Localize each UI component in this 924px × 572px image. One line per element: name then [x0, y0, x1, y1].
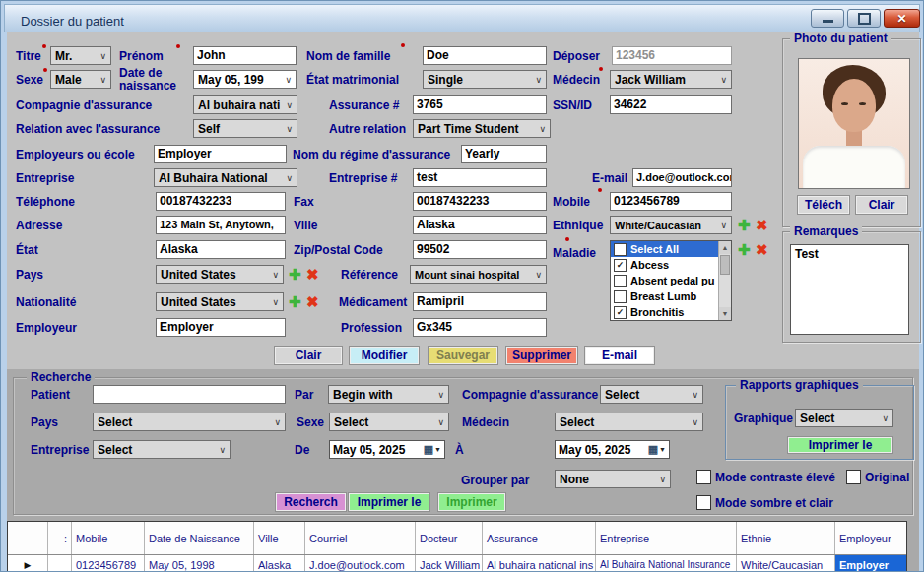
search-sexe-select[interactable]: Select∨ [329, 413, 449, 431]
date-to-picker[interactable]: May 05, 2025▦▼ [555, 440, 670, 459]
scrollbar-thumb[interactable] [720, 255, 730, 275]
cell-ethnie[interactable]: White/Caucasian [737, 555, 835, 572]
mode-sombre-checkbox[interactable] [696, 495, 711, 510]
close-button[interactable]: ✕ [884, 9, 920, 28]
cell-mobile[interactable]: 0123456789 [72, 555, 145, 572]
fax-input[interactable]: 00187432233 [413, 192, 547, 211]
header-docteur[interactable]: Docteur [416, 522, 483, 554]
search-medecin-select[interactable]: Select∨ [555, 413, 703, 431]
delete-maladie-icon[interactable]: ✖ [756, 242, 768, 257]
search-compagnie-select[interactable]: Select∨ [600, 385, 703, 404]
table-row[interactable]: ▶ 0123456789 May 05, 1998 Alaska J.doe@o… [8, 555, 906, 572]
header-selector[interactable] [8, 522, 48, 554]
header-date-naissance[interactable]: Date de Naissance [145, 522, 254, 554]
cell-blank[interactable] [48, 555, 72, 572]
par-select[interactable]: Begin with∨ [328, 385, 449, 404]
checkbox[interactable] [614, 275, 627, 287]
maladie-listbox[interactable]: Select All ✓Abcess Absent pedal pu Breas… [610, 240, 732, 321]
relation-select[interactable]: Self∨ [193, 119, 297, 138]
photo-clear-button[interactable]: Clair [855, 195, 908, 215]
grouper-par-select[interactable]: None∨ [555, 470, 671, 488]
header-mobile[interactable]: Mobile [72, 522, 145, 554]
rapports-imprimer-le-button[interactable]: Imprimer le [787, 436, 893, 454]
titre-select[interactable]: Mr.∨ [50, 46, 111, 65]
delete-ethnique-icon[interactable]: ✖ [756, 218, 768, 232]
pays-select[interactable]: United States∨ [156, 265, 284, 284]
header-courriel[interactable]: Courriel [305, 522, 416, 554]
photo-upload-button[interactable]: Téléch [797, 195, 850, 215]
cell-docteur[interactable]: Jack William [416, 555, 483, 572]
patient-search-input[interactable] [93, 385, 286, 404]
supprimer-button[interactable]: Supprimer [505, 346, 578, 365]
clair-button[interactable]: Clair [274, 346, 343, 365]
list-item[interactable]: Breast Lumb [611, 288, 718, 304]
header-entreprise[interactable]: Entreprise [596, 522, 737, 554]
ethnique-select[interactable]: White/Caucasian∨ [610, 216, 732, 234]
minimize-button[interactable] [811, 9, 844, 28]
telephone-input[interactable]: 00187432233 [156, 192, 286, 211]
scrollbar[interactable]: ▲ ▼ [718, 241, 731, 320]
nationalite-select[interactable]: United States∨ [156, 292, 284, 311]
delete-nationalite-icon[interactable]: ✖ [306, 294, 319, 309]
prenom-input[interactable]: John [193, 46, 297, 65]
cell-courriel[interactable]: J.doe@outlock.com [305, 555, 416, 572]
title-bar[interactable]: Dossier du patient [4, 4, 920, 32]
sexe-select[interactable]: Male∨ [50, 70, 111, 89]
header-ville[interactable]: Ville [254, 522, 305, 554]
add-nationalite-icon[interactable]: ✚ [289, 294, 301, 309]
add-maladie-icon[interactable]: ✚ [738, 242, 751, 257]
email-input[interactable]: J.doe@outlock.com [632, 168, 732, 187]
employeurs-ecole-input[interactable]: Employer [154, 145, 287, 163]
scroll-down-icon[interactable]: ▼ [719, 307, 731, 320]
cell-date-naissance[interactable]: May 05, 1998 [145, 555, 254, 572]
header-assurance[interactable]: Assurance [483, 522, 596, 554]
add-pays-icon[interactable]: ✚ [289, 267, 301, 282]
cell-employeur-selected[interactable]: Employer [835, 555, 906, 572]
header-employeur[interactable]: Employeur [835, 522, 906, 554]
cell-entreprise[interactable]: Al Buhaira National Insurance [596, 555, 737, 572]
graphique-select[interactable]: Select∨ [795, 409, 893, 427]
medicament-input[interactable]: Ramipril [413, 292, 547, 311]
deposer-input[interactable]: 123456 [612, 46, 732, 65]
list-item[interactable]: ✓Bronchitis [611, 304, 718, 320]
ddn-select[interactable]: May 05, 199∨ [193, 70, 297, 89]
profession-input[interactable]: Gx345 [413, 318, 547, 337]
search-entreprise-select[interactable]: Select∨ [93, 440, 231, 459]
checkbox[interactable]: ✓ [614, 306, 627, 319]
compagnie-select[interactable]: Al buhaira nati∨ [193, 95, 297, 114]
medecin-select[interactable]: Jack William∨ [610, 70, 732, 89]
original-checkbox[interactable] [846, 470, 861, 484]
modifier-button[interactable]: Modifier [349, 346, 420, 365]
employeur-input[interactable]: Employer [156, 318, 286, 337]
entreprise-select[interactable]: Al Buhaira National∨ [154, 168, 297, 187]
ssn-input[interactable]: 34622 [610, 95, 732, 114]
header-ethnie[interactable]: Ethnie [737, 522, 835, 554]
mobile-input[interactable]: 0123456789 [610, 192, 732, 211]
cell-ville[interactable]: Alaska [254, 555, 305, 572]
imprimer-button[interactable]: Imprimer [437, 492, 506, 512]
regime-input[interactable]: Yearly [461, 145, 547, 163]
header-col1[interactable]: : [48, 522, 72, 554]
mode-contraste-checkbox[interactable] [696, 470, 711, 484]
etat-input[interactable]: Alaska [156, 240, 286, 259]
reference-select[interactable]: Mount sinai hospital∨ [410, 265, 547, 284]
nom-input[interactable]: Doe [423, 46, 547, 65]
checkbox[interactable] [614, 290, 627, 303]
search-pays-select[interactable]: Select∨ [93, 413, 286, 431]
email-button[interactable]: E-mail [584, 346, 655, 365]
checkbox[interactable] [614, 243, 627, 256]
imprimer-le-button[interactable]: Imprimer le [348, 492, 430, 512]
entreprise-no-input[interactable]: test [413, 168, 547, 187]
list-item[interactable]: Select All [611, 241, 718, 257]
list-item[interactable]: ✓Abcess [611, 257, 718, 273]
remarks-textarea[interactable]: Test [790, 244, 909, 335]
sauvegar-button[interactable]: Sauvegar [428, 346, 498, 365]
autre-relation-select[interactable]: Part Time Student∨ [413, 119, 551, 138]
zip-input[interactable]: 99502 [413, 240, 547, 259]
ville-input[interactable]: Alaska [413, 216, 547, 234]
assurance-no-input[interactable]: 3765 [413, 95, 547, 114]
adresse-input[interactable]: 123 Main St, Anytown, [156, 216, 286, 234]
list-item[interactable]: Absent pedal pu [611, 273, 718, 288]
maximize-button[interactable] [847, 9, 881, 28]
add-ethnique-icon[interactable]: ✚ [738, 218, 751, 232]
